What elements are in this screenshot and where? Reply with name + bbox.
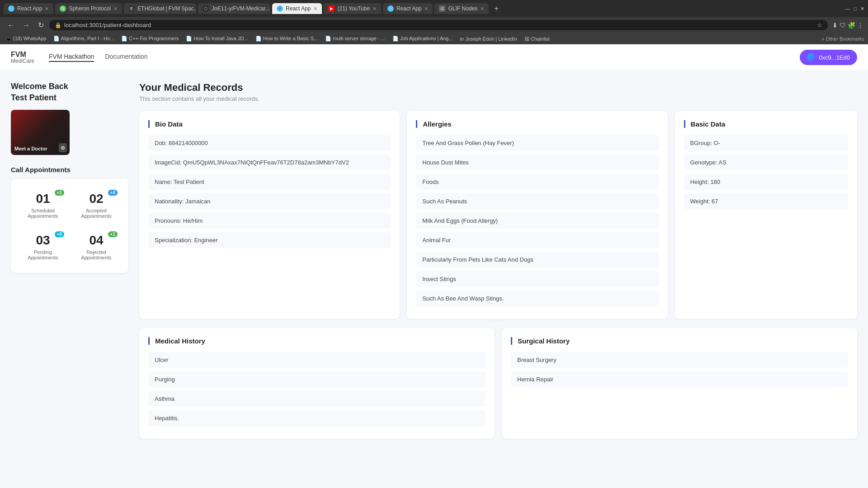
surgical-0: Breast Surgery [511,352,848,368]
bookmarks-bar: 📱 (18) WhatsApp 📄 Algorithms, Part I - H… [0,33,868,44]
basic-bgroup: BGroup: O- [684,135,848,151]
bookmark-chainlist[interactable]: ⛓ Chainlist [523,35,552,42]
nav-hackathon[interactable]: FVM Hackathon [49,53,94,62]
logo-medicare: MediCare [11,58,34,64]
bookmark-java[interactable]: 📄 How To Install Java JD... [184,35,250,42]
allergy-8: Such As Bee And Wasp Stings. [416,291,658,306]
tab-joe11[interactable]: ⬡ JoE11-y/FVM-Medicar... ✕ [198,3,270,14]
app-logo: FVM MediCare [11,51,34,65]
address-bar[interactable]: 🔒 localhost:3001/patient-dashboard ☆ [49,20,828,30]
nav-documentation[interactable]: Documentation [105,53,147,62]
surgical-history-card: Surgical History Breast Surgery Hernia R… [502,328,857,439]
content-area: Your Medical Records This section contai… [139,82,857,439]
bookmark-whatsapp[interactable]: 📱 (18) WhatsApp [4,35,48,42]
tab-spheron[interactable]: S Spheron Protocol ✕ [55,3,122,14]
tab-react-app-1[interactable]: ⚛ React App ✕ [4,3,53,14]
appt-badge-accepted: +0 [108,190,118,196]
bookmark-basic[interactable]: 📄 How to Write a Basic S... [254,35,320,42]
welcome-title: Welcome Back [11,82,128,91]
tab-youtube[interactable]: ▶ (21) YouTube ✕ [324,3,381,14]
allergies-card: Allergies Tree And Grass Pollen (Hay Fev… [407,111,667,319]
bookmark-linkedin[interactable]: in Joseph Edoh | LinkedIn [458,35,519,42]
records-title: Your Medical Records [139,82,857,94]
records-subtitle: This section contains all your medical r… [139,95,857,102]
camera-icon: ⊕ [59,143,67,152]
tab-react-app-active[interactable]: ⚛ React App ✕ [272,3,322,14]
browser-titlebar: ⚛ React App ✕ S Spheron Protocol ✕ E ETH… [0,0,868,17]
appointment-pending: 03 +0 PendingAppointments [18,228,68,266]
main-content: Welcome Back Test Patient Meet a Doctor … [0,71,868,450]
menu-icon[interactable]: ⋮ [857,22,863,29]
medical-0: Ulcer [148,352,486,368]
browser-nav: ← → ↻ 🔒 localhost:3001/patient-dashboard… [0,17,868,33]
bio-nationality: Nationality: Jamaican [148,193,391,209]
more-bookmarks[interactable]: » Other Bookmarks [821,36,864,42]
wallet-button[interactable]: 0xc9...1Ed0 [800,50,857,65]
appointment-scheduled: 01 +1 ScheduledAppointments [18,186,68,224]
allergy-0: Tree And Grass Pollen (Hay Fever) [416,135,658,151]
bookmark-algorithms[interactable]: 📄 Algorithms, Part I - Ho... [52,35,116,42]
tab-glif[interactable]: G GLIF Nodes ✕ [434,3,489,14]
patient-name: Test Patient [11,93,128,103]
bio-name: Name: Test Patient [148,174,391,190]
appt-number-accepted: 02 [89,192,103,206]
wallet-icon [807,53,815,61]
tab-react-app-3[interactable]: ⚛ React App ✕ [383,3,433,14]
download-icon[interactable]: ⬇ [832,22,838,29]
basic-data-title: Basic Data [684,120,848,128]
new-tab-button[interactable]: + [491,3,502,14]
reload-button[interactable]: ↻ [35,20,47,30]
appointment-accepted: 02 +0 AcceptedAppointments [71,186,121,224]
allergy-4: Milk And Eggs (Food Allergy) [416,213,658,229]
appt-label-rejected: RejectedAppointments [81,249,111,260]
basic-data-card: Basic Data BGroup: O- Genotype: AS Heigh… [675,111,857,319]
records-row-1: Bio Data Dob: 884214000000 ImageCid: QmU… [139,111,857,319]
extension-icon[interactable]: 🧩 [848,22,855,29]
url-text: localhost:3001/patient-dashboard [64,22,151,28]
tab-ethglobal[interactable]: E ETHGlobal | FVM Spac... ✕ [124,3,196,14]
bio-dob: Dob: 884214000000 [148,135,391,151]
basic-genotype: Genotype: AS [684,155,848,170]
medical-2: Asthma [148,391,486,407]
appt-badge-scheduled: +1 [55,190,64,196]
appt-label-pending: PendingAppointments [28,249,58,260]
appt-badge-pending: +0 [55,231,64,237]
medical-3: Hepatitis. [148,410,486,426]
wallet-address: 0xc9...1Ed0 [819,54,850,61]
sidebar: Welcome Back Test Patient Meet a Doctor … [11,82,128,439]
surgical-history-title: Surgical History [511,337,848,345]
bio-pronouns: Pronouns: He/Him [148,213,391,229]
bookmark-multi[interactable]: 📄 multi server storage - ... [323,35,387,42]
allergy-3: Such As Peanuts [416,193,658,209]
appt-label-scheduled: ScheduledAppointments [28,208,58,219]
bookmark-star[interactable]: ☆ [817,22,822,28]
logo-fvm: FVM [11,51,34,59]
call-title: Call Appointments [11,166,128,174]
bookmark-cpp[interactable]: 📄 C++ For Programmers [119,35,180,42]
allergy-6: Particularly From Pets Like Cats And Dog… [416,252,658,267]
appt-number-pending: 03 [36,233,50,248]
appointment-rejected: 04 +1 RejectedAppointments [71,228,121,266]
appt-label-accepted: AcceptedAppointments [81,208,111,219]
basic-weight: Weight: 67 [684,193,848,209]
medical-history-card: Medical History Ulcer Purging Asthma Hep… [139,328,495,439]
surgical-1: Hernia Repair [511,371,848,387]
allergy-7: Insect Stings [416,271,658,287]
forward-button[interactable]: → [20,20,33,30]
appt-number-rejected: 04 [89,233,103,248]
bio-specialization: Specialization: Engineer [148,232,391,248]
shield-icon[interactable]: 🛡 [840,22,846,29]
medical-1: Purging [148,371,486,387]
bio-data-title: Bio Data [148,120,391,128]
patient-card[interactable]: Meet a Doctor ⊕ [11,110,70,155]
allergy-1: House Dust Mites [416,155,658,170]
appt-number-scheduled: 01 [36,192,50,206]
bookmark-jobs[interactable]: 📄 Job Applications | Ang... [391,35,455,42]
appointments-grid: 01 +1 ScheduledAppointments 02 +0 Accept… [11,179,128,273]
call-section: Call Appointments 01 +1 ScheduledAppoint… [11,166,128,273]
app-container: FVM MediCare FVM Hackathon Documentation… [0,44,868,450]
back-button[interactable]: ← [5,20,17,30]
basic-height: Height: 180 [684,174,848,190]
allergies-title: Allergies [416,120,658,128]
meet-doctor-label: Meet a Doctor [14,146,47,151]
